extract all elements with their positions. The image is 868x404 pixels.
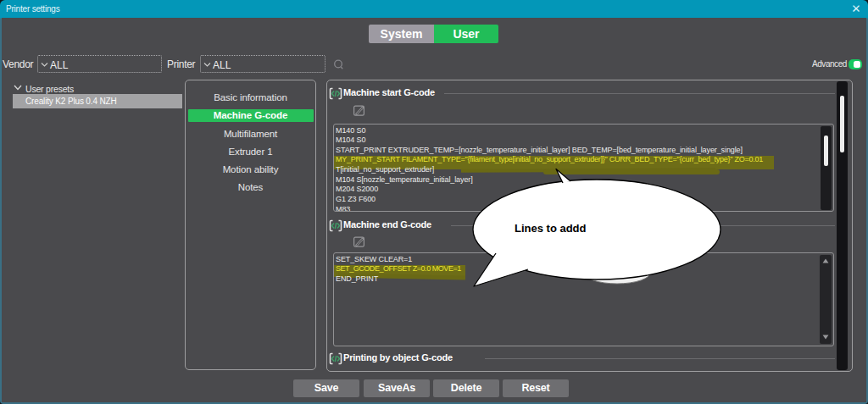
svg-text:Lines to addd: Lines to addd (515, 222, 587, 235)
